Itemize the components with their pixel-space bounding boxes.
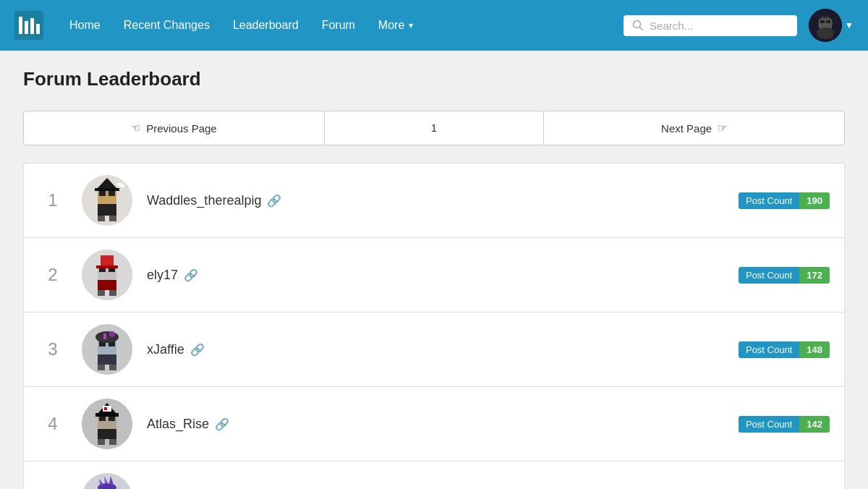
svg-rect-20 — [98, 204, 116, 216]
score-1: Post Count 190 — [739, 192, 830, 209]
pagination: ☜ Previous Page 1 Next Page ☞ — [23, 111, 845, 145]
table-row: 5 Jblocksss � — [23, 461, 845, 489]
svg-rect-18 — [99, 191, 106, 196]
svg-rect-54 — [104, 407, 107, 410]
rank-3: 3 — [38, 339, 67, 360]
chevron-down-icon: ▾ — [409, 20, 413, 30]
svg-rect-32 — [101, 255, 114, 267]
user-chevron-icon: ▼ — [845, 20, 854, 30]
svg-rect-19 — [109, 191, 115, 196]
profile-link-icon[interactable]: 🔗 — [184, 268, 198, 282]
svg-rect-38 — [98, 354, 116, 365]
avatar — [82, 399, 132, 449]
rank-4: 4 — [38, 414, 67, 434]
rank-1: 1 — [38, 190, 67, 211]
profile-link-icon[interactable]: 🔗 — [267, 194, 281, 208]
page-title: Forum Leaderboard — [23, 68, 845, 90]
svg-rect-47 — [109, 416, 115, 421]
svg-line-6 — [640, 27, 643, 30]
svg-point-12 — [817, 27, 834, 39]
avatar — [809, 9, 842, 42]
svg-rect-29 — [98, 280, 116, 290]
profile-link-icon[interactable]: 🔗 — [190, 343, 205, 357]
svg-rect-52 — [95, 413, 119, 417]
table-row: 2 ely17 🔗 Po — [23, 237, 845, 312]
current-page-display: 1 — [325, 111, 543, 145]
svg-rect-48 — [98, 429, 116, 439]
svg-rect-30 — [98, 290, 105, 296]
profile-link-icon[interactable]: 🔗 — [215, 417, 229, 431]
avatar — [82, 473, 132, 489]
svg-rect-24 — [95, 188, 119, 191]
nav-leaderboard[interactable]: Leaderboard — [221, 13, 310, 38]
avatar — [82, 175, 132, 226]
nav-recent-changes[interactable]: Recent Changes — [112, 13, 221, 38]
rank-2: 2 — [38, 265, 67, 285]
avatar — [82, 324, 132, 375]
username-2: ely17 🔗 — [147, 268, 724, 283]
prev-arrow-icon: ☜ — [131, 122, 140, 135]
nav-home[interactable]: Home — [58, 13, 112, 38]
score-4: Post Count 142 — [739, 416, 830, 433]
avatar — [82, 250, 132, 300]
svg-rect-2 — [25, 21, 28, 34]
user-avatar-button[interactable]: ▼ — [809, 9, 854, 42]
svg-rect-31 — [109, 290, 116, 296]
svg-rect-50 — [109, 439, 116, 445]
svg-rect-43 — [103, 333, 106, 339]
svg-point-42 — [109, 331, 115, 337]
score-2: Post Count 172 — [739, 267, 830, 284]
search-bar[interactable] — [624, 15, 797, 36]
search-icon — [632, 20, 644, 31]
username-4: Atlas_Rise 🔗 — [147, 417, 724, 432]
svg-rect-10 — [820, 20, 825, 23]
main-nav: Home Recent Changes Leaderboard Forum Mo… — [58, 13, 624, 38]
svg-rect-22 — [109, 216, 116, 221]
prev-page-button[interactable]: ☜ Previous Page — [23, 111, 325, 145]
svg-rect-11 — [826, 20, 830, 23]
username-3: xJaffie 🔗 — [147, 342, 724, 357]
svg-rect-49 — [98, 439, 105, 445]
svg-point-41 — [95, 331, 119, 343]
username-1: Waddles_therealpig 🔗 — [147, 193, 724, 208]
nav-forum[interactable]: Forum — [310, 13, 367, 38]
svg-rect-4 — [36, 24, 40, 34]
table-row: 3 xJaffie 🔗 — [23, 312, 845, 386]
svg-rect-46 — [99, 416, 106, 421]
score-3: Post Count 148 — [739, 341, 830, 358]
search-input[interactable] — [650, 20, 788, 32]
nav-more[interactable]: More ▾ — [367, 13, 425, 38]
next-arrow-icon: ☞ — [718, 122, 727, 135]
next-page-button[interactable]: Next Page ☞ — [543, 111, 845, 145]
main-content: Forum Leaderboard ☜ Previous Page 1 Next… — [0, 51, 868, 489]
svg-rect-1 — [19, 17, 22, 34]
svg-rect-3 — [30, 18, 34, 34]
table-row: 1 Waddles_ — [23, 163, 845, 237]
svg-rect-39 — [98, 365, 105, 370]
logo[interactable] — [14, 11, 43, 40]
svg-rect-40 — [109, 365, 116, 370]
svg-rect-33 — [96, 265, 118, 268]
search-container — [624, 15, 797, 36]
leaderboard-list: 1 Waddles_ — [23, 163, 845, 489]
header: Home Recent Changes Leaderboard Forum Mo… — [0, 0, 868, 51]
table-row: 4 Atlas_Rise — [23, 386, 845, 461]
svg-rect-21 — [98, 216, 105, 221]
